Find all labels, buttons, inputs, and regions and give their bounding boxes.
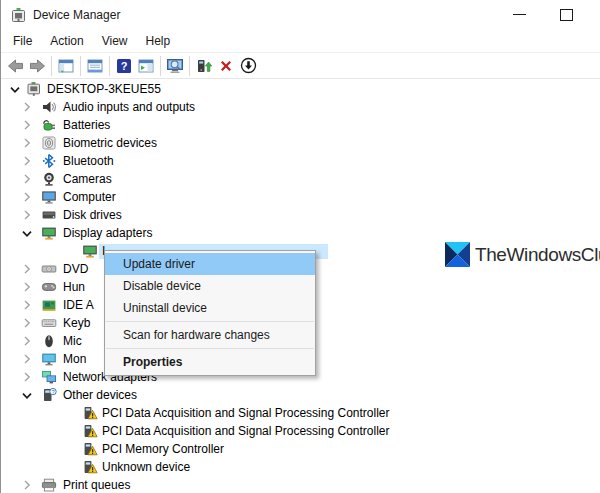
chevron-right-icon[interactable] [19,351,35,367]
action-pane-icon[interactable] [135,55,157,77]
tree-item-audio-inputs-and-outputs[interactable]: Audio inputs and outputs [1,98,600,116]
chevron-right-icon[interactable] [19,369,35,385]
tree-item-label: PCI Data Acquisition and Signal Processi… [99,424,392,439]
chevron-right-icon[interactable] [19,153,35,169]
tree-item-batteries[interactable]: Batteries [1,116,600,134]
minimize-button[interactable] [513,14,526,15]
tree-item-unknown-device[interactable]: Unknown device [1,458,600,476]
menu-file[interactable]: File [4,31,41,51]
warning-device-icon [82,441,98,457]
chevron-right-icon[interactable] [19,117,35,133]
monitors-icon [41,351,57,367]
tree-item-label: DESKTOP-3KEUE55 [44,82,164,97]
chevron-right-icon[interactable] [19,189,35,205]
tree-item-label: Unknown device [99,460,193,475]
tree-item-label: Biometric devices [60,136,160,151]
back-arrow-icon[interactable] [4,55,26,77]
ide-controller-icon [41,297,57,313]
disable-device-icon[interactable] [237,55,259,77]
mouse-icon [41,333,57,349]
computer-icon [26,81,42,97]
chevron-down-icon[interactable] [19,225,35,241]
tree-item-label: Audio inputs and outputs [60,100,198,115]
menu-bar: FileActionViewHelp [1,30,600,52]
tree-item-label: PCI Data Acquisition and Signal Processi… [99,406,392,421]
context-menu-item-properties[interactable]: Properties [105,351,315,373]
chevron-right-icon[interactable] [19,315,35,331]
tree-item-biometric-devices[interactable]: Biometric devices [1,134,600,152]
context-menu-separator [106,348,314,349]
tree-item-other-devices[interactable]: ?Other devices [1,386,600,404]
svg-text:?: ? [121,60,128,72]
chevron-down-icon[interactable] [19,387,35,403]
unknown-device-icon: ? [41,387,57,403]
context-menu-separator [106,321,314,322]
chevron-down-icon[interactable] [7,81,23,97]
tree-item-label: Display adapters [60,226,155,241]
tree-item-display-adapters[interactable]: Display adapters [1,224,600,242]
tree-item-label: Disk drives [60,208,125,223]
context-menu-item-disable-device[interactable]: Disable device [105,275,315,297]
tree-item-pci-data-acquisition-and-signal-processi[interactable]: PCI Data Acquisition and Signal Processi… [1,422,600,440]
chevron-right-icon[interactable] [19,279,35,295]
list-view-icon[interactable] [84,55,106,77]
menu-action[interactable]: Action [41,31,92,51]
tree-item-disk-drives[interactable]: Disk drives [1,206,600,224]
toolbar-separator [51,56,52,76]
chevron-right-icon[interactable] [19,333,35,349]
chevron-right-icon[interactable] [19,261,35,277]
chevron-right-icon[interactable] [19,135,35,151]
toolbar-separator [109,56,110,76]
watermark-text: TheWindowsClub [475,244,600,266]
display-adapter-icon [82,243,98,259]
camera-icon [41,171,57,187]
chevron-right-icon[interactable] [19,171,35,187]
uninstall-icon[interactable] [215,55,237,77]
bluetooth-icon [41,153,57,169]
maximize-button[interactable] [560,9,573,21]
thewindowsclub-logo-icon [445,242,470,267]
speaker-icon [41,99,57,115]
tree-item-pci-data-acquisition-and-signal-processi[interactable]: PCI Data Acquisition and Signal Processi… [1,404,600,422]
chevron-right-icon[interactable] [19,99,35,115]
monitor-icon [41,189,57,205]
help-icon[interactable]: ? [113,55,135,77]
context-menu-item-update-driver[interactable]: Update driver [105,253,315,275]
warning-device-icon [82,423,98,439]
context-menu-item-scan-for-hardware-changes[interactable]: Scan for hardware changes [105,324,315,346]
tree-item-pci-memory-controller[interactable]: PCI Memory Controller [1,440,600,458]
tree-item-cameras[interactable]: Cameras [1,170,600,188]
fingerprint-icon [41,135,57,151]
context-menu: Update driverDisable deviceUninstall dev… [104,250,316,376]
chevron-right-icon[interactable] [19,297,35,313]
watermark: TheWindowsClub [445,242,600,267]
toolbar: ? [1,52,600,79]
device-manager-app-icon [10,7,27,24]
svg-text:?: ? [51,389,54,395]
tree-item-label: Cameras [60,172,115,187]
tree-item-label: Bluetooth [60,154,117,169]
context-menu-item-uninstall-device[interactable]: Uninstall device [105,297,315,319]
tree-item-label: IDE A [60,298,97,313]
tree-item-computer[interactable]: Computer [1,188,600,206]
window-title: Device Manager [33,8,120,22]
tree-item-label: Print queues [60,478,133,493]
tree-item-print-queues[interactable]: Print queues [1,476,600,493]
forward-arrow-icon[interactable] [26,55,48,77]
menu-help[interactable]: Help [137,31,180,51]
warning-device-icon [82,459,98,475]
tree-item-desktop-3keue55[interactable]: DESKTOP-3KEUE55 [1,80,600,98]
console-tree-icon[interactable] [55,55,77,77]
tree-item-label: PCI Memory Controller [99,442,227,457]
update-driver-icon[interactable] [193,55,215,77]
scan-hardware-icon[interactable] [164,55,186,77]
toolbar-separator [160,56,161,76]
tree-item-bluetooth[interactable]: Bluetooth [1,152,600,170]
disk-drive-icon [41,207,57,223]
tree-item-label: Keyb [60,316,93,331]
warning-device-icon [82,405,98,421]
chevron-right-icon[interactable] [19,207,35,223]
chevron-right-icon[interactable] [19,477,35,493]
menu-view[interactable]: View [93,31,137,51]
gamepad-icon [41,279,57,295]
